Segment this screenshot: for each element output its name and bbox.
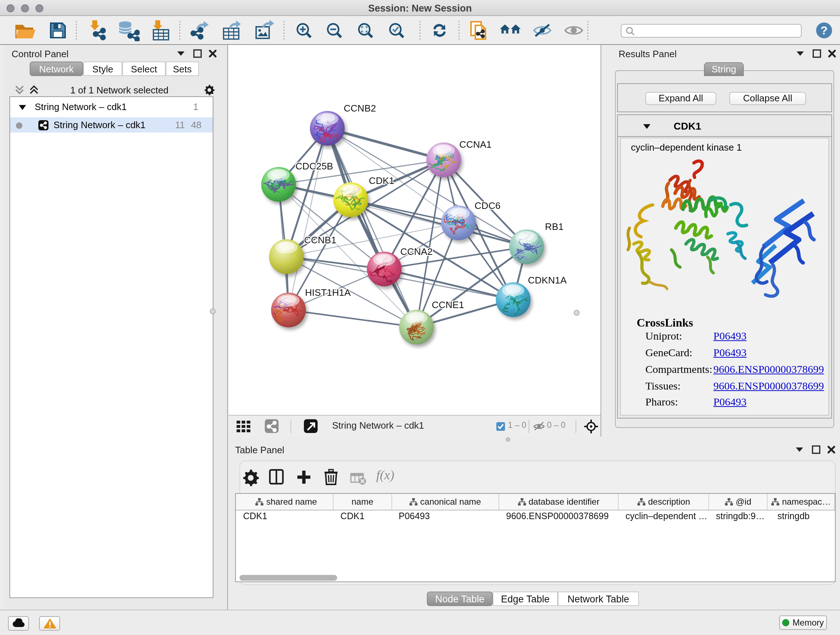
svg-text:CDC6: CDC6 [475,200,501,211]
svg-text:CDC25B: CDC25B [295,161,333,172]
svg-text:CCNB2: CCNB2 [344,103,376,114]
svg-text:CCNA2: CCNA2 [400,246,432,257]
svg-text:CDKN1A: CDKN1A [528,275,567,286]
svg-text:RB1: RB1 [545,221,564,232]
svg-text:CDK1: CDK1 [369,175,394,186]
svg-text:CCNA1: CCNA1 [459,139,492,150]
svg-text:CCNB1: CCNB1 [304,234,336,245]
svg-text:CCNE1: CCNE1 [431,299,464,310]
svg-text:?: ? [821,24,828,37]
svg-text:HIST1H1A: HIST1H1A [305,287,351,298]
